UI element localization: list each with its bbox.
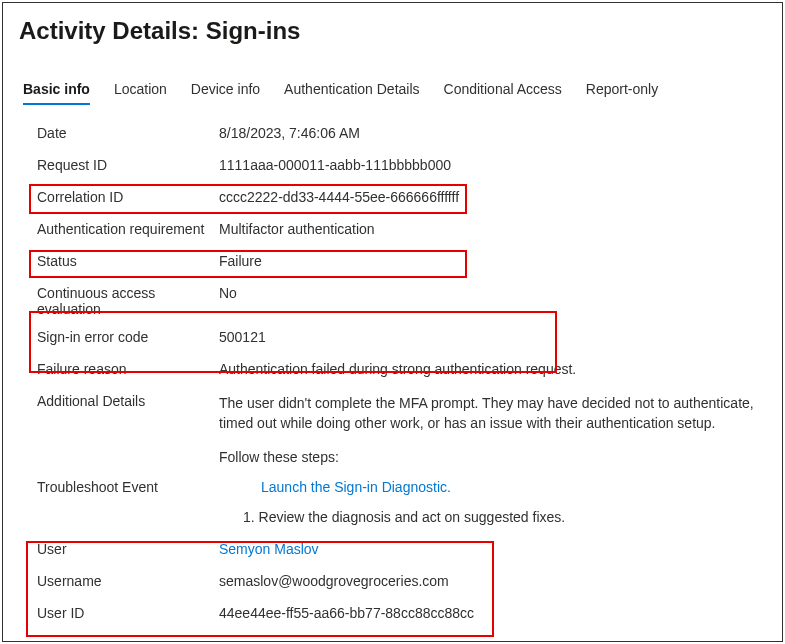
row-username: Username semaslov@woodgrovegroceries.com: [37, 567, 766, 599]
value-status: Failure: [219, 253, 766, 269]
label-user: User: [37, 541, 219, 557]
row-correlation-id: Correlation ID cccc2222-dd33-4444-55ee-6…: [37, 183, 766, 215]
tab-bar: Basic info Location Device info Authenti…: [19, 81, 766, 105]
value-user: Semyon Maslov: [219, 541, 766, 557]
label-error-code: Sign-in error code: [37, 329, 219, 345]
tab-report-only[interactable]: Report-only: [586, 81, 658, 105]
label-auth-requirement: Authentication requirement: [37, 221, 219, 237]
row-user-id: User ID 44ee44ee-ff55-aa66-bb77-88cc88cc…: [37, 599, 766, 631]
row-auth-requirement: Authentication requirement Multifactor a…: [37, 215, 766, 247]
label-failure-reason: Failure reason: [37, 361, 219, 377]
row-failure-reason: Failure reason Authentication failed dur…: [37, 355, 766, 387]
value-error-code: 500121: [219, 329, 766, 345]
tab-conditional-access[interactable]: Conditional Access: [444, 81, 562, 105]
label-troubleshoot: Troubleshoot Event: [37, 479, 219, 495]
row-user: User Semyon Maslov: [37, 535, 766, 567]
tab-basic-info[interactable]: Basic info: [23, 81, 90, 105]
tab-device-info[interactable]: Device info: [191, 81, 260, 105]
label-correlation-id: Correlation ID: [37, 189, 219, 205]
value-auth-requirement: Multifactor authentication: [219, 221, 766, 237]
tab-authentication-details[interactable]: Authentication Details: [284, 81, 419, 105]
value-failure-reason: Authentication failed during strong auth…: [219, 361, 766, 377]
value-additional-details: The user didn't complete the MFA prompt.…: [219, 393, 766, 434]
row-error-code: Sign-in error code 500121: [37, 323, 766, 355]
label-request-id: Request ID: [37, 157, 219, 173]
details-rows: Date 8/18/2023, 7:46:06 AM Request ID 11…: [19, 115, 766, 631]
label-cae: Continuous access evaluation: [37, 285, 219, 317]
row-cae: Continuous access evaluation No: [37, 279, 766, 323]
label-additional-details: Additional Details: [37, 393, 219, 409]
label-date: Date: [37, 125, 219, 141]
user-link[interactable]: Semyon Maslov: [219, 541, 319, 557]
row-request-id: Request ID 1111aaa-000011-aabb-111bbbbb0…: [37, 151, 766, 183]
troubleshoot-step-1: 1. Review the diagnosis and act on sugge…: [243, 506, 766, 528]
troubleshoot-intro: Follow these steps:: [219, 446, 766, 468]
row-troubleshoot: Troubleshoot Event Follow these steps: L…: [37, 440, 766, 535]
value-correlation-id: cccc2222-dd33-4444-55ee-666666ffffff: [219, 189, 766, 205]
activity-details-panel: Activity Details: Sign-ins Basic info Lo…: [2, 2, 783, 642]
value-user-id: 44ee44ee-ff55-aa66-bb77-88cc88cc88cc: [219, 605, 766, 621]
value-request-id: 1111aaa-000011-aabb-111bbbbb000: [219, 157, 766, 173]
value-date: 8/18/2023, 7:46:06 AM: [219, 125, 766, 141]
label-username: Username: [37, 573, 219, 589]
value-username: semaslov@woodgrovegroceries.com: [219, 573, 766, 589]
tab-location[interactable]: Location: [114, 81, 167, 105]
launch-diagnostic-link[interactable]: Launch the Sign-in Diagnostic.: [261, 476, 766, 498]
value-cae: No: [219, 285, 766, 301]
value-troubleshoot: Follow these steps: Launch the Sign-in D…: [219, 446, 766, 529]
row-status: Status Failure: [37, 247, 766, 279]
row-date: Date 8/18/2023, 7:46:06 AM: [37, 119, 766, 151]
label-user-id: User ID: [37, 605, 219, 621]
page-title: Activity Details: Sign-ins: [19, 17, 766, 45]
row-additional-details: Additional Details The user didn't compl…: [37, 387, 766, 440]
label-status: Status: [37, 253, 219, 269]
